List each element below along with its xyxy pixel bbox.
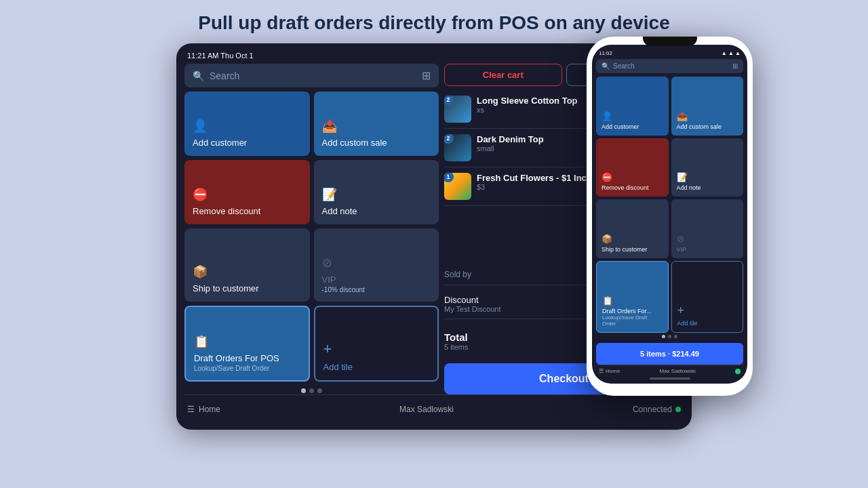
phone-wrapper: 11:02 ▲ ▲ ▲ 🔍 Search ⊞ 👤 Add customer bbox=[587, 37, 753, 396]
home-nav[interactable]: ☰ Home bbox=[187, 405, 220, 414]
tile-icon-vip: ⊘ bbox=[322, 256, 431, 270]
clear-cart-button[interactable]: Clear cart bbox=[444, 64, 562, 86]
phone-dot-3[interactable] bbox=[674, 335, 677, 338]
phone-statusbar: 11:02 ▲ ▲ ▲ bbox=[596, 49, 743, 59]
phone-tile-add-customer[interactable]: 👤 Add customer bbox=[596, 77, 669, 136]
dot-1[interactable] bbox=[301, 388, 306, 393]
tile-add-note[interactable]: 📝 Add note bbox=[314, 160, 439, 224]
phone-dot-2[interactable] bbox=[668, 335, 671, 338]
item-image-2: 2 bbox=[444, 134, 471, 161]
phone-tile-vip[interactable]: ⊘ VIP bbox=[671, 199, 744, 258]
phone-signal: ▲ ▲ ▲ bbox=[722, 50, 741, 56]
tablet-bottombar: ☰ Home Max Sadlowski Connected bbox=[184, 394, 684, 419]
tile-icon-remove-discount: ⛔ bbox=[193, 187, 302, 202]
tablet-left-panel: 🔍 Search ⊞ 👤 Add customer 📤 Add custom s… bbox=[184, 64, 439, 394]
search-text: Search bbox=[210, 70, 239, 81]
connected-indicator bbox=[675, 407, 681, 412]
dot-3[interactable] bbox=[317, 388, 322, 393]
tile-icon-add-note: 📝 bbox=[322, 187, 431, 202]
tile-remove-discount[interactable]: ⛔ Remove discount bbox=[184, 160, 310, 224]
tablet-time: 11:21 AM Thu Oct 1 bbox=[187, 52, 254, 60]
phone-tile-draft[interactable]: 📋 Draft Orders For... Lookup/Save Draft … bbox=[596, 261, 669, 333]
phone-dot-1[interactable] bbox=[662, 335, 665, 338]
phone-scan-icon[interactable]: ⊞ bbox=[732, 62, 738, 70]
item-badge-3: 1 bbox=[444, 173, 454, 182]
tile-label-remove-discount: Remove discount bbox=[193, 206, 302, 216]
phone-tile-icon-vip: ⊘ bbox=[677, 234, 738, 244]
dot-2[interactable] bbox=[309, 388, 314, 393]
phone-tile-add-tile[interactable]: + Add tile bbox=[671, 261, 744, 333]
phone-tile-icon-note: 📝 bbox=[677, 172, 738, 182]
phone-inner: 11:02 ▲ ▲ ▲ 🔍 Search ⊞ 👤 Add customer bbox=[592, 45, 747, 384]
phone-tile-label-custom: Add custom sale bbox=[677, 123, 738, 130]
tile-ship-to-customer[interactable]: 📦 Ship to customer bbox=[184, 228, 310, 302]
discount-code: My Test Discount bbox=[444, 305, 501, 313]
phone-tile-draft-sub: Lookup/Save Draft Order bbox=[602, 314, 663, 327]
phone-tile-add-custom-sale[interactable]: 📤 Add custom sale bbox=[671, 77, 744, 136]
phone-tile-icon-discount: ⛔ bbox=[601, 172, 663, 182]
page-headline: Pull up draft orders directly from POS o… bbox=[198, 12, 670, 34]
phone-tile-label-customer: Add customer bbox=[601, 123, 663, 130]
sold-by-label: Sold by bbox=[444, 270, 471, 279]
phone-tile-label-note: Add note bbox=[677, 184, 738, 191]
tiles-grid: 👤 Add customer 📤 Add custom sale ⛔ Remov… bbox=[184, 92, 439, 382]
phone-tile-icon-add: + bbox=[677, 304, 738, 318]
connected-label: Connected bbox=[633, 405, 672, 414]
phone-home-nav[interactable]: ☰ Home bbox=[599, 368, 620, 374]
phone-connected-dot bbox=[735, 369, 741, 374]
tile-icon-ship: 📦 bbox=[193, 264, 302, 279]
hamburger-icon: ☰ bbox=[187, 405, 195, 414]
tablet-user: Max Sadlowski bbox=[399, 405, 454, 414]
phone-tile-add-note[interactable]: 📝 Add note bbox=[671, 138, 744, 197]
phone-tile-ship[interactable]: 📦 Ship to customer bbox=[596, 199, 669, 258]
total-items-count: 5 items bbox=[444, 343, 468, 351]
tile-draft-subtitle: Lookup/Save Draft Order bbox=[194, 365, 300, 372]
phone-tile-icon-customer: 👤 bbox=[601, 111, 663, 121]
item-image-1: 2 bbox=[444, 96, 471, 123]
phone-tile-icon-custom: 📤 bbox=[677, 111, 738, 121]
phone-tile-icon-draft: 📋 bbox=[602, 296, 663, 306]
tile-label-ship: Ship to customer bbox=[193, 283, 302, 293]
tile-vip-subtitle: -10% discount bbox=[322, 286, 431, 293]
tile-icon-add-customer: 👤 bbox=[193, 119, 302, 134]
tile-icon-draft: 📋 bbox=[194, 334, 300, 349]
item-badge-2: 2 bbox=[444, 134, 454, 144]
phone-search-text: Search bbox=[613, 62, 635, 70]
tile-label-add-customer: Add customer bbox=[193, 138, 302, 148]
phone-bottombar: ☰ Home Max Sadlowski bbox=[596, 365, 743, 375]
item-badge-1: 2 bbox=[444, 96, 454, 105]
phone-tile-label-draft: Draft Orders For... bbox=[602, 308, 663, 314]
home-label: Home bbox=[199, 405, 220, 414]
tile-label-vip: VIP bbox=[322, 274, 431, 285]
total-info: Total 5 items bbox=[444, 331, 468, 351]
phone-tile-label-add: Add tile bbox=[677, 320, 738, 327]
phone-user: Max Sadlowski bbox=[659, 368, 695, 374]
discount-label: Discount bbox=[444, 295, 501, 305]
phone-home-label: Home bbox=[606, 368, 620, 374]
item-image-3: 1 bbox=[444, 173, 471, 200]
tile-add-customer[interactable]: 👤 Add customer bbox=[184, 92, 310, 156]
tile-vip[interactable]: ⊘ VIP -10% discount bbox=[314, 228, 439, 302]
tile-add-tile[interactable]: + Add tile bbox=[314, 306, 439, 382]
phone-tile-label-vip: VIP bbox=[677, 246, 738, 253]
phone-search-bar[interactable]: 🔍 Search ⊞ bbox=[596, 59, 743, 73]
devices-container: 11:21 AM Thu Oct 1 ▲ 68% 🔍 Search ⊞ 👤 Ad… bbox=[0, 43, 868, 430]
phone-checkout-button[interactable]: 5 items · $214.49 bbox=[596, 343, 743, 365]
tile-label-add-note: Add note bbox=[322, 206, 431, 216]
pagination-dots bbox=[184, 386, 439, 394]
phone-tiles-grid: 👤 Add customer 📤 Add custom sale ⛔ Remov… bbox=[596, 77, 743, 333]
phone-pagination-dots bbox=[596, 333, 743, 340]
phone-tile-label-discount: Remove discount bbox=[601, 184, 663, 191]
tile-label-add: Add tile bbox=[323, 362, 430, 372]
scan-icon[interactable]: ⊞ bbox=[422, 69, 431, 82]
tile-add-custom-sale[interactable]: 📤 Add custom sale bbox=[314, 92, 439, 156]
discount-info: Discount My Test Discount bbox=[444, 295, 501, 313]
phone-tile-remove-discount[interactable]: ⛔ Remove discount bbox=[596, 138, 669, 197]
search-bar[interactable]: 🔍 Search ⊞ bbox=[184, 64, 439, 87]
phone-home-indicator bbox=[650, 378, 690, 380]
phone-tile-label-ship: Ship to customer bbox=[601, 246, 663, 253]
tile-label-add-custom-sale: Add custom sale bbox=[322, 138, 431, 148]
phone-hamburger-icon: ☰ bbox=[599, 368, 604, 374]
tile-draft-orders[interactable]: 📋 Draft Orders For POS Lookup/Save Draft… bbox=[184, 306, 310, 382]
search-icon: 🔍 bbox=[193, 70, 204, 81]
